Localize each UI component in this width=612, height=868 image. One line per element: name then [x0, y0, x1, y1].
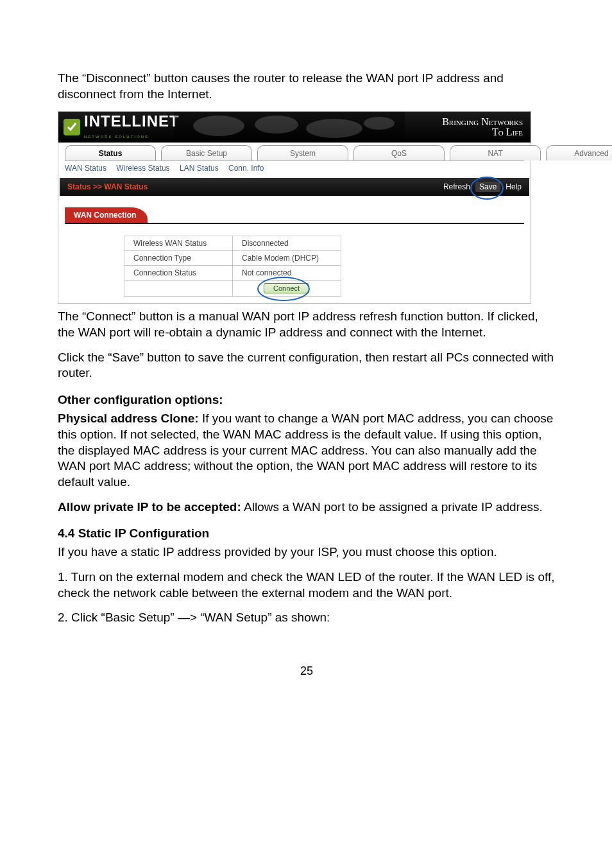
page-number: 25 [58, 664, 556, 678]
other-options-heading: Other configuration options: [58, 393, 556, 407]
cell-label: Connection Type [124, 251, 233, 266]
worldmap-graphic [174, 112, 405, 143]
status-bar: Status >> WAN Status Refresh Save Help [60, 178, 529, 196]
tab-system[interactable]: System [257, 145, 348, 161]
static-ip-step2: 2. Click “Basic Setup” —> “WAN Setup” as… [58, 610, 556, 626]
tagline: Bringing Networks To Life [442, 117, 523, 137]
section-title: WAN Connection [65, 207, 148, 223]
router-screenshot: INTELLINET NETWORK SOLUTIONS Bringing Ne… [58, 111, 531, 304]
breadcrumb: Status >> WAN Status [67, 182, 148, 191]
tab-nat[interactable]: NAT [450, 145, 541, 161]
save-button[interactable]: Save [475, 182, 500, 192]
svg-point-4 [364, 117, 395, 130]
subnav-wan-status[interactable]: WAN Status [65, 164, 106, 173]
svg-point-1 [193, 116, 244, 136]
table-row: Connection Type Cable Modem (DHCP) [124, 251, 341, 266]
cell-value: Cable Modem (DHCP) [233, 251, 341, 266]
tab-qos[interactable]: QoS [353, 145, 445, 161]
svg-point-2 [255, 116, 298, 134]
wan-connection-table: Wireless WAN Status Disconnected Connect… [124, 236, 341, 297]
svg-point-3 [306, 119, 362, 138]
connect-explain: The “Connect” button is a manual WAN por… [58, 309, 556, 340]
tab-status[interactable]: Status [65, 145, 156, 161]
table-row: Connection Status Not connected [124, 266, 341, 281]
section-4-4-heading: 4.4 Static IP Configuration [58, 526, 556, 541]
cell-label: Wireless WAN Status [124, 236, 233, 251]
allow-private-ip-paragraph: Allow private IP to be accepted: Allows … [58, 499, 556, 516]
brand-name: INTELLINET [84, 112, 180, 130]
static-ip-step1: 1. Turn on the external modem and check … [58, 569, 556, 601]
subnav-wireless-status[interactable]: Wireless Status [116, 164, 169, 173]
physical-clone-paragraph: Physical address Clone: If you want to c… [58, 411, 556, 490]
save-explain: Click the “Save” button to save the curr… [58, 350, 556, 381]
main-tabs: Status Basic Setup System QoS NAT Advanc… [58, 143, 531, 161]
subnav-lan-status[interactable]: LAN Status [180, 164, 219, 173]
brand-subtitle: NETWORK SOLUTIONS [84, 135, 149, 139]
refresh-button[interactable]: Refresh [443, 182, 470, 191]
cell-value: Not connected [233, 266, 341, 281]
tab-basic-setup[interactable]: Basic Setup [161, 145, 252, 161]
router-header: INTELLINET NETWORK SOLUTIONS Bringing Ne… [58, 112, 531, 143]
static-ip-intro: If you have a static IP address provided… [58, 544, 556, 560]
logo-check-icon [64, 119, 80, 135]
connect-button[interactable]: Connect [264, 283, 309, 293]
intro-paragraph: The “Disconnect” button causes the route… [58, 71, 556, 102]
sub-nav: WAN Status Wireless Status LAN Status Co… [58, 161, 531, 178]
subnav-conn-info[interactable]: Conn. Info [228, 164, 264, 173]
table-row: Wireless WAN Status Disconnected [124, 236, 341, 251]
help-button[interactable]: Help [506, 182, 522, 191]
tab-advanced[interactable]: Advanced [546, 145, 612, 161]
table-row: Connect [124, 281, 341, 297]
cell-value: Disconnected [233, 236, 341, 251]
connect-highlight-circle: Connect [242, 283, 309, 293]
cell-label: Connection Status [124, 266, 233, 281]
